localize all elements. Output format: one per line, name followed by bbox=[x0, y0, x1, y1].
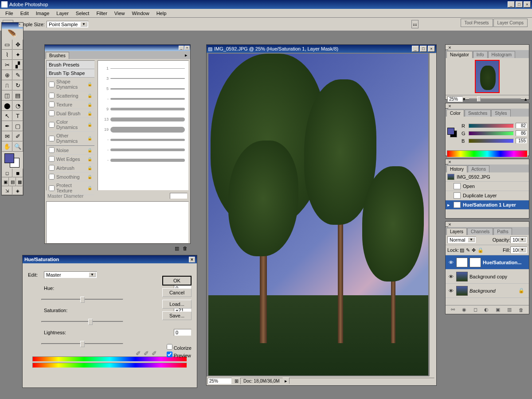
brush-opt[interactable]: Wet Edges🔒 bbox=[47, 155, 94, 164]
menu-edit[interactable]: Edit bbox=[17, 10, 32, 17]
stamp-tool[interactable]: ⎍ bbox=[2, 80, 12, 90]
blur-tool[interactable]: ⬤ bbox=[2, 101, 12, 111]
tab-layer-comps[interactable]: Layer Comps bbox=[493, 19, 528, 27]
brush-preset[interactable]: 5 bbox=[102, 84, 185, 93]
new-adjustment-icon[interactable]: ◐ bbox=[484, 307, 489, 313]
brush-opt[interactable]: Texture🔒 bbox=[47, 100, 94, 109]
brush-presets-header[interactable]: Brush Presets bbox=[47, 61, 94, 69]
brushes-min[interactable]: _ bbox=[179, 46, 184, 50]
tab-histogram[interactable]: Histogram bbox=[488, 51, 516, 58]
layer-style-icon[interactable]: ◉ bbox=[462, 307, 466, 313]
path-tool[interactable]: ↖ bbox=[2, 111, 12, 121]
fill-input[interactable]: 100% bbox=[510, 246, 527, 254]
tab-layers[interactable]: Layers bbox=[446, 228, 467, 235]
doc-minimize[interactable]: _ bbox=[412, 46, 419, 52]
screen-std-icon[interactable]: ▣ bbox=[2, 177, 9, 186]
zoom-input[interactable]: 25% bbox=[207, 378, 232, 384]
palette-toggle-icon[interactable]: ⚏ bbox=[411, 20, 419, 28]
menu-view[interactable]: View bbox=[111, 10, 129, 17]
menu-filter[interactable]: Filter bbox=[93, 10, 110, 17]
eraser-tool[interactable]: ◫ bbox=[2, 90, 12, 101]
doc-maximize[interactable]: □ bbox=[420, 46, 427, 52]
history-step-selected[interactable]: ▸Hue/Saturation 1 Layer bbox=[446, 200, 529, 210]
foreground-color[interactable] bbox=[4, 153, 14, 163]
move-tool[interactable]: ✥ bbox=[12, 39, 23, 50]
menu-help[interactable]: Help bbox=[153, 10, 170, 17]
zoom-tool[interactable]: 🔍 bbox=[12, 141, 23, 152]
brush-opt[interactable]: Noise🔒 bbox=[47, 146, 94, 155]
blend-mode-select[interactable]: Normal bbox=[447, 236, 476, 243]
brush-opt[interactable]: Smoothing🔒 bbox=[47, 172, 94, 181]
layers-close[interactable]: × bbox=[448, 222, 451, 227]
hs-edit-select[interactable]: Master bbox=[44, 271, 97, 278]
brushes-menu-icon[interactable]: ▸ bbox=[182, 51, 190, 59]
navigator-thumbnail[interactable] bbox=[475, 60, 500, 93]
load-button[interactable]: Load... bbox=[162, 300, 192, 309]
brush-tool[interactable]: ✎ bbox=[12, 70, 23, 80]
type-tool[interactable]: T bbox=[12, 111, 23, 121]
hist-close[interactable]: × bbox=[448, 159, 451, 164]
minimize-button[interactable]: _ bbox=[508, 1, 515, 8]
brush-preset[interactable]: 1 bbox=[102, 64, 185, 73]
lock-all-icon[interactable]: 🔒 bbox=[477, 247, 484, 253]
standard-mode-icon[interactable]: ◻ bbox=[2, 168, 12, 177]
delete-layer-icon[interactable]: 🗑 bbox=[519, 307, 524, 313]
lightness-input[interactable]: 0 bbox=[174, 329, 192, 336]
eyedropper-minus-icon[interactable]: ✐ bbox=[152, 350, 157, 357]
brush-opt[interactable]: Color Dynamics🔒 bbox=[47, 118, 94, 132]
g-slider[interactable] bbox=[469, 131, 514, 136]
brush-opt[interactable]: Shape Dynamics🔒 bbox=[47, 78, 94, 91]
g-value[interactable]: 86 bbox=[516, 130, 527, 136]
imageready-icon[interactable]: ◈ bbox=[12, 186, 23, 195]
tab-brushes[interactable]: Brushes bbox=[46, 52, 69, 59]
link-layer-icon[interactable]: ⚯ bbox=[451, 307, 455, 313]
hs-close-button[interactable]: × bbox=[189, 257, 195, 262]
pen-tool[interactable]: ✒ bbox=[2, 121, 12, 131]
brush-preset[interactable]: 3 bbox=[102, 74, 185, 83]
status-icon[interactable]: ⊞ bbox=[233, 378, 240, 384]
menu-file[interactable]: File bbox=[2, 10, 17, 17]
screen-full-menu-icon[interactable]: ▤ bbox=[9, 177, 16, 186]
brush-tip-header[interactable]: Brush Tip Shape bbox=[47, 69, 94, 78]
tab-paths[interactable]: Paths bbox=[493, 228, 512, 235]
brush-preset[interactable]: - bbox=[102, 94, 185, 103]
quickmask-mode-icon[interactable]: ◼ bbox=[12, 168, 23, 177]
brush-preset[interactable]: - bbox=[102, 135, 185, 144]
tab-actions[interactable]: Actions bbox=[468, 165, 489, 172]
maximize-button[interactable]: □ bbox=[516, 1, 523, 8]
menu-select[interactable]: Select bbox=[72, 10, 93, 17]
tab-channels[interactable]: Channels bbox=[467, 228, 493, 235]
layer-item[interactable]: 👁Hue/Saturation... bbox=[446, 255, 529, 270]
color-close[interactable]: × bbox=[448, 103, 451, 109]
new-layer-icon[interactable]: ▥ bbox=[507, 307, 512, 313]
saturation-slider[interactable] bbox=[41, 317, 123, 325]
history-brush-tool[interactable]: ↻ bbox=[12, 80, 23, 90]
brush-preset[interactable]: - bbox=[102, 145, 185, 154]
crop-tool[interactable]: ✂ bbox=[2, 60, 12, 70]
preview-checkbox[interactable]: Preview bbox=[167, 352, 192, 358]
visibility-icon[interactable]: 👁 bbox=[447, 260, 454, 265]
screen-full-icon[interactable]: ▦ bbox=[16, 177, 23, 186]
nav-zoom-input[interactable]: 25% bbox=[447, 96, 463, 102]
slice-tool[interactable]: ▞ bbox=[12, 60, 23, 70]
hue-slider[interactable] bbox=[41, 295, 123, 303]
b-value[interactable]: 155 bbox=[516, 138, 527, 144]
tab-info[interactable]: Info bbox=[473, 51, 488, 58]
nav-close[interactable]: × bbox=[448, 45, 451, 50]
dodge-tool[interactable]: ◔ bbox=[12, 101, 23, 111]
new-group-icon[interactable]: ▣ bbox=[496, 307, 500, 313]
new-brush-icon[interactable]: ▥ bbox=[175, 246, 179, 252]
r-slider[interactable] bbox=[469, 124, 514, 128]
tab-styles[interactable]: Styles bbox=[491, 110, 510, 117]
eyedropper-icon[interactable]: ✐ bbox=[136, 350, 141, 357]
menu-layer[interactable]: Layer bbox=[53, 10, 72, 17]
toolbox-close[interactable]: × bbox=[19, 23, 23, 27]
cancel-button[interactable]: Cancel bbox=[162, 288, 192, 297]
jump-to-icon[interactable]: ⇲ bbox=[2, 186, 12, 195]
tab-tool-presets[interactable]: Tool Presets bbox=[461, 19, 493, 27]
brush-opt[interactable]: Airbrush🔒 bbox=[47, 164, 94, 172]
color-spectrum[interactable] bbox=[447, 150, 528, 157]
shape-tool[interactable]: ▢ bbox=[12, 121, 23, 131]
b-slider[interactable] bbox=[469, 139, 514, 143]
brush-preset[interactable]: 9 bbox=[102, 105, 185, 113]
